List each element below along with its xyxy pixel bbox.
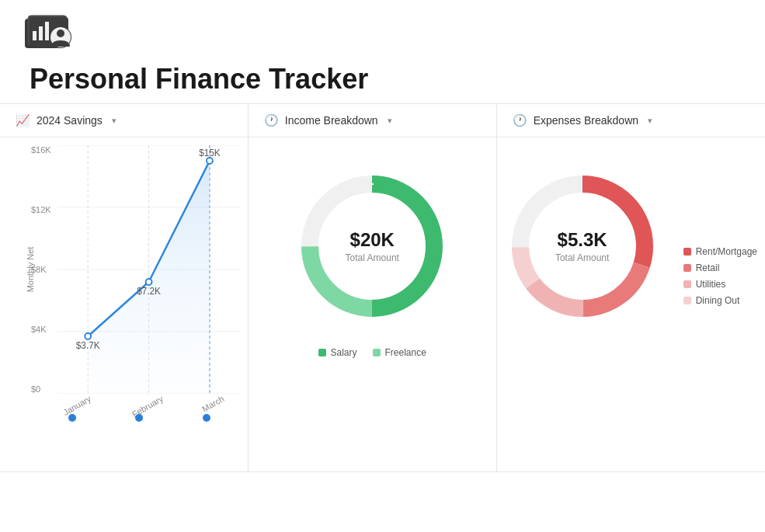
x-axis: January February March [8,394,240,403]
svg-point-20 [207,158,213,164]
y-label: $4K [31,325,51,334]
expenses-panel-header[interactable]: 🕐 Expenses Breakdown ▾ [497,104,765,137]
legend-label-dining: Dining Out [696,295,740,306]
legend-label-salary: Salary [331,347,357,358]
legend-dot-freelance [373,349,381,356]
legend-label-utilities: Utilities [696,279,726,290]
income-panel: 🕐 Income Breakdown ▾ [249,104,497,471]
y-label: $0 [31,384,51,394]
savings-panel-header[interactable]: 📈 2024 Savings ▾ [0,104,248,137]
legend-dot-rent [683,248,691,256]
y-axis-title: Monthly Net [26,247,35,293]
legend-freelance: Freelance [373,347,426,358]
expenses-label: Expenses Breakdown [534,114,638,127]
expenses-panel: 🕐 Expenses Breakdown ▾ [497,104,765,471]
legend-dot-utilities [683,280,691,288]
expenses-amount: $5.3K [555,229,609,251]
income-total-label: Total Amount [346,252,399,263]
legend-label-rent: Rent/Mortgage [696,246,757,257]
income-label: Income Breakdown [285,114,378,127]
expenses-center: $5.3K Total Amount [555,229,609,263]
nav-dot [203,414,210,422]
legend-salary: Salary [318,347,357,358]
legend-utilities: Utilities [683,279,757,290]
chart-area: $3.7K $7.2K $15K [57,145,240,394]
svg-rect-7 [39,26,43,40]
income-center: $20K Total Amount [346,229,399,263]
chart-section: 📈 2024 Savings ▾ Monthly Net $0 $4K $8K … [0,103,765,472]
x-label-mar: March [200,394,225,414]
savings-chevron: ▾ [112,116,116,126]
expenses-body: $5.3K Total Amount Rent/Mortgage Retail [497,137,765,471]
savings-body: Monthly Net $0 $4K $8K $12K $16K [0,137,248,471]
nav-dots [8,414,240,422]
svg-rect-6 [33,31,37,40]
income-icon: 🕐 [264,113,279,127]
legend-dot-salary [318,349,326,356]
legend-retail: Retail [683,263,757,273]
line-chart-outer: Monthly Net $0 $4K $8K $12K $16K [8,145,240,394]
expenses-total-label: Total Amount [555,252,609,263]
y-label: $16K [31,145,51,155]
savings-panel: 📈 2024 Savings ▾ Monthly Net $0 $4K $8K … [0,104,249,471]
y-label: $12K [31,205,51,214]
legend-rent: Rent/Mortgage [683,246,757,257]
legend-dining: Dining Out [683,295,757,306]
expenses-legend: Rent/Mortgage Retail Utilities Dining Ou… [660,246,757,306]
title-row: Personal Finance Tracker [0,63,765,103]
svg-point-19 [145,279,151,285]
savings-label: 2024 Savings [37,114,103,127]
savings-icon: 📈 [16,113,30,127]
svg-text:$15K: $15K [199,148,220,158]
legend-dot-dining [683,297,691,304]
expenses-donut: $5.3K Total Amount [505,169,660,324]
expenses-icon: 🕐 [513,113,527,127]
expenses-donut-col: $5.3K Total Amount [505,153,660,339]
income-amount: $20K [346,229,399,251]
income-panel-header[interactable]: 🕐 Income Breakdown ▾ [249,104,496,137]
income-donut: $20K Total Amount [294,169,450,324]
legend-dot-retail [683,264,691,272]
page-title: Personal Finance Tracker [30,63,742,96]
svg-point-5 [57,30,64,37]
income-body: $20K Total Amount Salary Freelance [249,137,496,471]
income-chevron: ▾ [388,116,392,126]
income-legend: Salary Freelance [318,347,426,358]
line-chart-svg: $3.7K $7.2K $15K [57,145,240,394]
svg-text:$3.7K: $3.7K [76,340,100,351]
logo-icon [23,14,78,57]
header [0,0,765,63]
svg-rect-8 [45,22,49,40]
expenses-chevron: ▾ [648,116,652,126]
svg-point-18 [85,333,91,339]
nav-dot [68,414,76,422]
legend-label-freelance: Freelance [385,347,426,358]
svg-text:$7.2K: $7.2K [137,286,161,297]
legend-label-retail: Retail [696,263,720,273]
